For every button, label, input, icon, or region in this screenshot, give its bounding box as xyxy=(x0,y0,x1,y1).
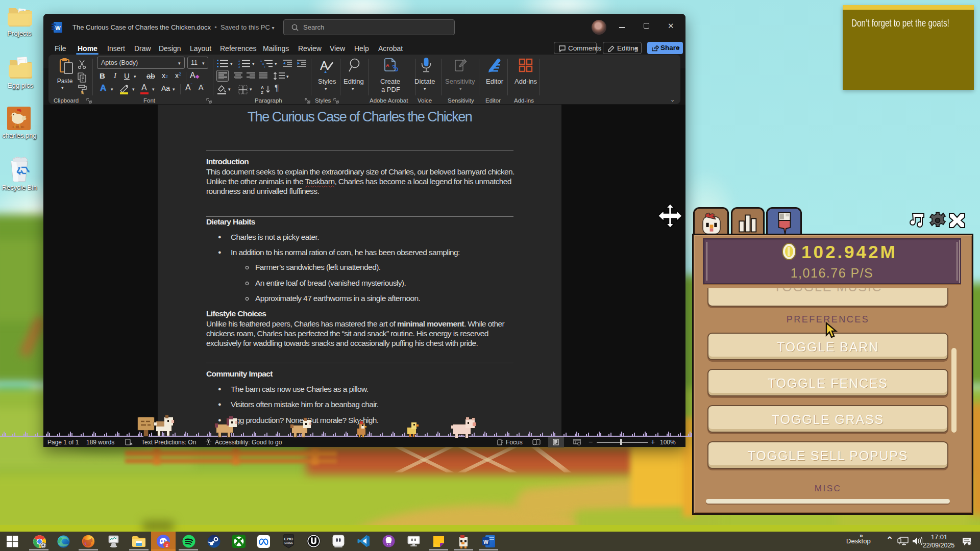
svg-text:Z: Z xyxy=(261,90,263,94)
svg-text:A: A xyxy=(261,85,264,90)
svg-text:1: 1 xyxy=(260,59,262,62)
svg-text:EPIC: EPIC xyxy=(284,537,293,541)
svg-text:A: A xyxy=(386,63,389,68)
svg-text:W: W xyxy=(55,25,61,31)
svg-text:W: W xyxy=(483,539,488,545)
svg-text:3: 3 xyxy=(238,65,240,68)
svg-text:i: i xyxy=(264,65,265,68)
svg-text:A: A xyxy=(320,59,328,72)
svg-text:GAMES: GAMES xyxy=(284,542,292,544)
svg-text:2: 2 xyxy=(165,543,168,548)
